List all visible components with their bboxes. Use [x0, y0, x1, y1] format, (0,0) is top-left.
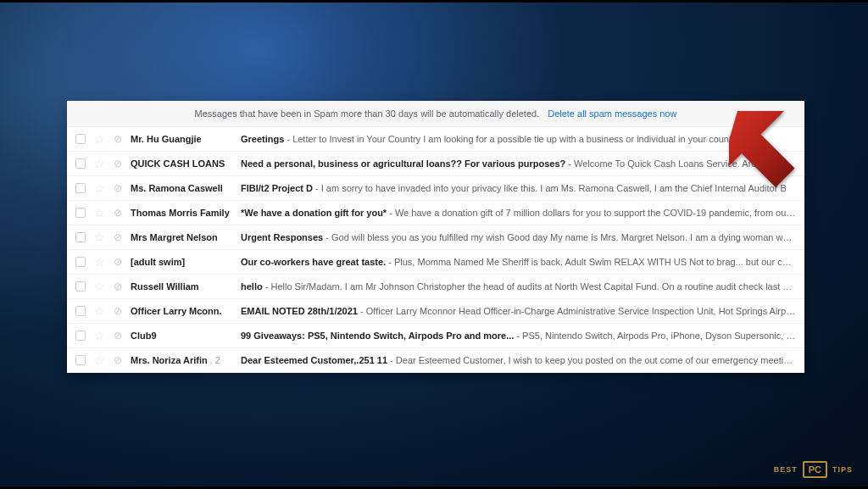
watermark-box: PC: [803, 461, 827, 478]
email-row[interactable]: ☆⊘Club999 Giveaways: PS5, Nintendo Switc…: [67, 324, 804, 348]
watermark-text-right: TIPS: [832, 465, 853, 474]
subject-preview: Need a personal, business or agricultura…: [241, 158, 796, 169]
star-icon[interactable]: ☆: [94, 206, 105, 219]
sender-name: QUICK CASH LOANS: [131, 158, 241, 169]
spam-label-icon: ⊘: [114, 256, 122, 268]
email-row[interactable]: ☆⊘QUICK CASH LOANSNeed a personal, busin…: [67, 152, 804, 176]
watermark-text-left: BEST: [774, 465, 798, 474]
sender-name: Ms. Ramona Caswell: [131, 183, 241, 193]
spam-label-icon: ⊘: [114, 281, 122, 292]
sender-name: Mr. Hu Guangjie: [131, 134, 241, 144]
star-icon[interactable]: ☆: [94, 132, 105, 146]
delete-all-spam-link[interactable]: Delete all spam messages now: [548, 108, 676, 119]
star-icon[interactable]: ☆: [94, 353, 105, 367]
select-checkbox[interactable]: [75, 331, 86, 341]
sender-name: Russell William: [131, 281, 241, 292]
subject-preview: Greetings - Letter to Invest in Your Cou…: [241, 134, 796, 144]
subject-preview: hello - Hello Sir/Madam. I am Mr Johnson…: [241, 281, 796, 292]
sender-name: Officer Larry Mconn.: [131, 306, 241, 316]
subject-preview: Our co-workers have great taste. - Plus,…: [241, 257, 796, 267]
email-row[interactable]: ☆⊘Officer Larry Mconn.EMAIL NOTED 28th/1…: [67, 299, 804, 324]
spam-label-icon: ⊘: [114, 305, 122, 317]
star-icon[interactable]: ☆: [94, 157, 105, 170]
star-icon[interactable]: ☆: [94, 255, 105, 269]
select-checkbox[interactable]: [75, 281, 86, 292]
spam-label-icon: ⊘: [114, 182, 122, 194]
subject-preview: 99 Giveaways: PS5, Nintendo Switch, Airp…: [241, 331, 796, 341]
sender-name: Thomas Morris Family: [131, 208, 241, 218]
subject-preview: *We have a donation gift for you* - We h…: [241, 208, 796, 218]
star-icon[interactable]: ☆: [94, 231, 105, 244]
spam-label-icon: ⊘: [114, 133, 122, 145]
email-row[interactable]: ☆⊘Thomas Morris Family*We have a donatio…: [67, 201, 804, 225]
sender-name: Mrs Margret Nelson: [131, 232, 241, 242]
spam-label-icon: ⊘: [114, 330, 122, 342]
star-icon[interactable]: ☆: [94, 181, 105, 195]
spam-label-icon: ⊘: [114, 158, 122, 169]
email-row[interactable]: ☆⊘Mrs. Noriza Arifin . 2Dear Esteemed Cu…: [67, 348, 804, 373]
select-checkbox[interactable]: [75, 355, 86, 365]
subject-preview: Dear Esteemed Customer,.251 11 - Dear Es…: [241, 355, 796, 365]
select-checkbox[interactable]: [75, 158, 86, 169]
star-icon[interactable]: ☆: [94, 304, 105, 318]
subject-preview: Urgent Responses - God will bless you as…: [241, 232, 796, 242]
spam-mailbox-panel: Messages that have been in Spam more tha…: [67, 101, 804, 373]
email-row[interactable]: ☆⊘Ms. Ramona CaswellFIBI/t2 Project D - …: [67, 176, 804, 201]
select-checkbox[interactable]: [75, 183, 86, 193]
select-checkbox[interactable]: [75, 208, 86, 218]
email-row[interactable]: ☆⊘Mrs Margret NelsonUrgent Responses - G…: [67, 225, 804, 250]
select-checkbox[interactable]: [75, 134, 86, 144]
sender-name: Mrs. Noriza Arifin . 2: [131, 355, 241, 365]
email-row[interactable]: ☆⊘[adult swim]Our co-workers have great …: [67, 250, 804, 275]
sender-name: [adult swim]: [131, 257, 241, 267]
star-icon[interactable]: ☆: [94, 280, 105, 293]
spam-label-icon: ⊘: [114, 231, 122, 243]
select-checkbox[interactable]: [75, 306, 86, 316]
select-checkbox[interactable]: [75, 232, 86, 242]
subject-preview: FIBI/t2 Project D - I am sorry to have i…: [241, 183, 796, 193]
spam-label-icon: ⊘: [114, 207, 122, 219]
email-list: ☆⊘Mr. Hu GuangjieGreetings - Letter to I…: [67, 127, 804, 373]
email-row[interactable]: ☆⊘Russell Williamhello - Hello Sir/Madam…: [67, 275, 804, 299]
select-checkbox[interactable]: [75, 257, 86, 267]
spam-notice-banner: Messages that have been in Spam more tha…: [67, 101, 804, 127]
banner-text: Messages that have been in Spam more tha…: [195, 108, 540, 119]
watermark-logo: BEST PC TIPS: [774, 461, 853, 478]
star-icon[interactable]: ☆: [94, 329, 105, 342]
email-row[interactable]: ☆⊘Mr. Hu GuangjieGreetings - Letter to I…: [67, 127, 804, 152]
spam-label-icon: ⊘: [114, 354, 122, 366]
sender-name: Club9: [131, 331, 241, 341]
subject-preview: EMAIL NOTED 28th/1/2021 - Officer Larry …: [241, 306, 796, 316]
